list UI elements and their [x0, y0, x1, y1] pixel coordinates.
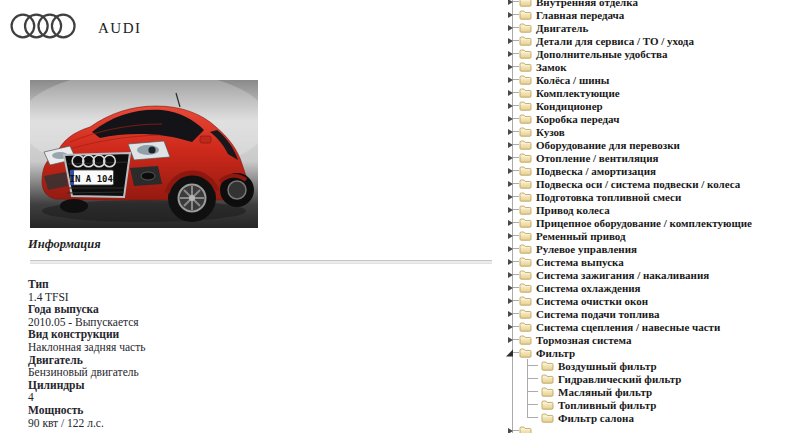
field-label: Мощность: [28, 404, 145, 417]
tree-item[interactable]: Ременный привод: [505, 229, 800, 242]
field-value: 2010.05 - Выпускается: [28, 316, 145, 329]
tree-item[interactable]: Подвеска / амортизация: [505, 164, 800, 177]
tree-item[interactable]: Прицепное оборудование / комплектующие: [505, 216, 800, 229]
tree-item-label: Топливный фильтр: [558, 399, 656, 411]
expand-toggle-icon[interactable]: [508, 337, 513, 343]
tree-item-label: Тормозная система: [536, 334, 631, 346]
field-label: Вид конструкции: [28, 328, 145, 341]
expand-toggle-icon[interactable]: [508, 259, 513, 265]
tree-item[interactable]: Колёса / шины: [505, 73, 800, 86]
tree-item[interactable]: Главная передача: [505, 8, 800, 21]
expand-toggle-icon[interactable]: [508, 142, 513, 148]
tree-item[interactable]: Гидравлический фильтр: [505, 372, 800, 385]
tree-item[interactable]: Комплектующие: [505, 86, 800, 99]
folder-icon: [519, 35, 532, 46]
folder-icon: [541, 386, 554, 397]
folder-icon: [519, 22, 532, 33]
field-label: Цилиндры: [28, 379, 145, 392]
tree-item[interactable]: [505, 424, 800, 433]
folder-icon: [519, 334, 532, 345]
tree-item[interactable]: Тормозная система: [505, 333, 800, 346]
svg-text:IN A 1040: IN A 1040: [70, 174, 119, 184]
expand-toggle-icon[interactable]: [508, 0, 513, 5]
page: AUDI: [0, 0, 800, 433]
expand-toggle-icon[interactable]: [508, 246, 513, 252]
expand-toggle-icon[interactable]: [508, 51, 513, 57]
tree-item[interactable]: Топливный фильтр: [505, 398, 800, 411]
folder-icon: [519, 178, 532, 189]
tree-item[interactable]: Привод колеса: [505, 203, 800, 216]
folder-icon: [519, 243, 532, 254]
folder-icon: [519, 0, 532, 7]
folder-icon: [519, 87, 532, 98]
expand-toggle-icon[interactable]: [508, 181, 513, 187]
folder-icon: [519, 165, 532, 176]
folder-icon: [519, 269, 532, 280]
tree-item[interactable]: Внутренняя отделка: [505, 0, 800, 8]
folder-icon: [519, 126, 532, 137]
expand-toggle-icon[interactable]: [508, 324, 513, 330]
tree-item-label: Воздушный фильтр: [558, 360, 657, 372]
expand-toggle-icon[interactable]: [508, 103, 513, 109]
tree-item[interactable]: Воздушный фильтр: [505, 359, 800, 372]
expand-toggle-icon[interactable]: [508, 207, 513, 213]
tree-item[interactable]: Система подачи топлива: [505, 307, 800, 320]
expand-toggle-icon[interactable]: [508, 129, 513, 135]
info-heading: Информация: [28, 237, 101, 252]
folder-icon: [519, 191, 532, 202]
expand-toggle-icon[interactable]: [508, 25, 513, 31]
expand-toggle-icon[interactable]: [508, 298, 513, 304]
tree-item-label: Внутренняя отделка: [536, 0, 638, 8]
tree-item-label: Рулевое управления: [536, 243, 637, 255]
tree-item[interactable]: Кондиционер: [505, 99, 800, 112]
tree-item[interactable]: Рулевое управления: [505, 242, 800, 255]
tree-item[interactable]: Коробка передач: [505, 112, 800, 125]
tree-item[interactable]: Кузов: [505, 125, 800, 138]
tree-item[interactable]: Фильтр салона: [505, 411, 800, 424]
tree-item[interactable]: Масляный фильтр: [505, 385, 800, 398]
car-image: IN A 1040: [30, 80, 258, 228]
tree-item-label: Система очистки окон: [536, 295, 648, 307]
expand-toggle-icon[interactable]: [508, 220, 513, 226]
tree-item[interactable]: Фильтр: [505, 346, 800, 359]
tree-item[interactable]: Двигатель: [505, 21, 800, 34]
audi-rings-logo[interactable]: [10, 11, 80, 41]
expand-toggle-icon[interactable]: [508, 233, 513, 239]
tree-item[interactable]: Система очистки окон: [505, 294, 800, 307]
expand-toggle-icon[interactable]: [508, 38, 513, 44]
expand-toggle-icon[interactable]: [508, 116, 513, 122]
tree-item[interactable]: Детали для сервиса / ТО / ухода: [505, 34, 800, 47]
expand-toggle-icon[interactable]: [508, 194, 513, 200]
expand-toggle-icon[interactable]: [508, 311, 513, 317]
expand-toggle-icon[interactable]: [506, 349, 513, 356]
tree-item[interactable]: Подготовка топливной смеси: [505, 190, 800, 203]
tree-item[interactable]: Система сцепления / навесные части: [505, 320, 800, 333]
expand-toggle-icon[interactable]: [508, 155, 513, 161]
expand-toggle-icon[interactable]: [508, 77, 513, 83]
expand-toggle-icon[interactable]: [508, 12, 513, 18]
tree-item[interactable]: Подвеска оси / система подвески / колеса: [505, 177, 800, 190]
tree-item-label: Детали для сервиса / ТО / ухода: [536, 35, 694, 47]
expand-toggle-icon[interactable]: [508, 272, 513, 278]
tree-item-label: Гидравлический фильтр: [558, 373, 681, 385]
tree-item[interactable]: Отопление / вентиляция: [505, 151, 800, 164]
tree-item[interactable]: Оборудование для перевозки: [505, 138, 800, 151]
tree-item-label: Система сцепления / навесные части: [536, 321, 720, 333]
expand-toggle-icon[interactable]: [508, 285, 513, 291]
folder-icon: [541, 360, 554, 371]
expand-toggle-icon[interactable]: [508, 168, 513, 174]
folder-icon: [519, 295, 532, 306]
folder-icon: [519, 139, 532, 150]
tree-item[interactable]: Система охлаждения: [505, 281, 800, 294]
tree-item[interactable]: Система зажигания / накаливания: [505, 268, 800, 281]
tree-item[interactable]: Дополнительные удобства: [505, 47, 800, 60]
tree-item-label: Фильтр: [536, 347, 575, 359]
tree-item[interactable]: Замок: [505, 60, 800, 73]
tree-item-label: Кондиционер: [536, 100, 603, 112]
folder-icon: [519, 282, 532, 293]
expand-toggle-icon[interactable]: [508, 428, 513, 433]
expand-toggle-icon[interactable]: [508, 64, 513, 70]
expand-toggle-icon[interactable]: [508, 90, 513, 96]
tree-item-label: Система выпуска: [536, 256, 624, 268]
tree-item[interactable]: Система выпуска: [505, 255, 800, 268]
